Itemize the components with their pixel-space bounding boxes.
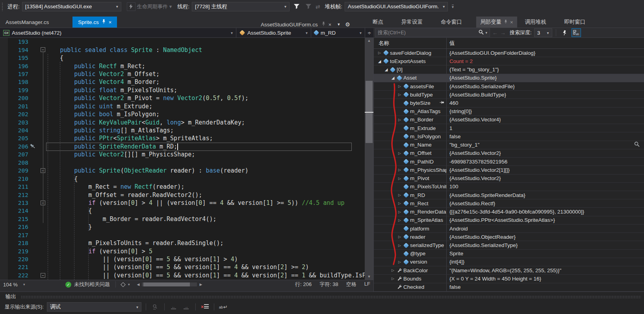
tab-call-stack[interactable]: 调用堆栈 <box>521 17 550 28</box>
variable-value-cell[interactable]: false <box>446 134 644 139</box>
code-line[interactable]: 204 public string[] m_AtlasTags; <box>0 126 373 134</box>
code-line[interactable]: 217 <box>0 231 373 239</box>
tab-command-window[interactable]: 命令窗口 <box>437 17 466 28</box>
breakpoint-margin[interactable] <box>0 38 8 280</box>
swap-threads-icon[interactable]: ⇄ <box>316 4 320 10</box>
find-message-icon[interactable] <box>150 303 160 311</box>
variable-value-cell[interactable]: {AssetStudio.BuildType} <box>446 92 644 98</box>
type-dropdown[interactable]: AssetStudio.Sprite ▾ <box>236 28 311 37</box>
locals-row[interactable]: ▷BackColor"{Name=Window, ARGB=(255, 255,… <box>374 266 644 275</box>
code-line[interactable]: 209− public Sprite(ObjectReader reader) … <box>0 167 373 175</box>
code-line[interactable]: 196 public Rectf m_Rect; <box>0 62 373 70</box>
variable-value-cell[interactable]: {AssetStudio.Vector4} <box>446 117 644 123</box>
locals-search-input[interactable]: 搜索(Ctrl+E) ▾ <box>375 28 490 37</box>
code-line[interactable]: 195 { <box>0 54 373 62</box>
editor-horizontal-scrollbar[interactable]: ◀ ▶ <box>137 282 202 286</box>
code-line[interactable]: 210 { <box>0 175 373 182</box>
scroll-down-icon[interactable]: ▼ <box>365 274 373 280</box>
scroll-left-icon[interactable]: ◀ <box>137 282 140 286</box>
locals-row[interactable]: ▷m_Rect{AssetStudio.Rectf} <box>374 199 644 208</box>
variable-value-cell[interactable]: {AssetStudio.Vector2} <box>446 175 644 181</box>
expand-arrow-icon[interactable]: ▷ <box>397 218 402 222</box>
output-source-combo[interactable]: 调试 ▾ <box>47 302 141 312</box>
variable-value-cell[interactable]: {X = 0 Y = 24 Width = 450 Height = 16} <box>446 276 644 282</box>
code-line[interactable]: 216 } <box>0 223 373 231</box>
locals-row[interactable]: ▷serializedType{AssetStudio.SerializedTy… <box>374 241 644 249</box>
process-combo[interactable]: [13584] AssetStudioGUI.exe ▾ <box>22 2 121 11</box>
variable-value-cell[interactable]: {AssetStudio.ObjectReader} <box>446 234 644 240</box>
variable-value-cell[interactable]: {AssetStudioGUI.OpenFolderDialog} <box>446 50 644 56</box>
pin-properties-icon[interactable] <box>560 28 569 37</box>
filter-flagged-icon[interactable] <box>304 2 313 11</box>
pin-icon[interactable] <box>102 19 106 25</box>
text-visualizer-icon[interactable] <box>634 141 640 148</box>
search-depth-combo[interactable]: 3 ▾ <box>534 28 552 37</box>
variable-value-cell[interactable]: {int[4]} <box>446 259 644 265</box>
code-line[interactable]: 214 { <box>0 207 373 215</box>
toolbar-drag-handle[interactable] <box>2 2 4 11</box>
fold-gutter[interactable] <box>28 38 46 46</box>
variable-value-cell[interactable]: 460 <box>446 100 644 106</box>
document-health-indicator[interactable]: ✓ 未找到相关问题 <box>65 281 110 288</box>
filter-threads-icon[interactable] <box>292 2 301 11</box>
pinned-value-icon[interactable] <box>439 100 444 106</box>
code-editor[interactable]: 193194− public sealed class Sprite : Nam… <box>0 38 373 280</box>
stackframe-combo[interactable]: AssetStudioGUI.AssetStudioGUIForm. ▾ <box>345 2 448 11</box>
locals-row[interactable]: ▷m_Pivot{AssetStudio.Vector2} <box>374 175 644 183</box>
locals-row[interactable]: ▷Bounds{X = 0 Y = 24 Width = 450 Height … <box>374 275 644 283</box>
expand-arrow-icon[interactable]: ▷ <box>390 268 395 272</box>
fold-gutter[interactable] <box>28 223 46 231</box>
expand-arrow-icon[interactable]: ▷ <box>397 243 402 247</box>
previous-message-icon[interactable]: ← <box>169 303 178 311</box>
locals-row[interactable]: Checkedfalse <box>374 283 644 292</box>
expand-arrow-icon[interactable]: ▷ <box>397 93 402 97</box>
locals-row[interactable]: platformAndroid <box>374 225 644 233</box>
expand-arrow-icon[interactable]: ▷ <box>397 84 402 88</box>
fold-gutter[interactable] <box>28 239 46 247</box>
locals-row[interactable]: m_IsPolygonfalse <box>374 132 644 141</box>
locals-row[interactable]: m_AtlasTags{string[0]} <box>374 108 644 116</box>
variable-value-cell[interactable]: {AssetStudio.Vector2[1][]} <box>446 167 644 173</box>
fold-gutter[interactable] <box>28 263 46 271</box>
locals-row[interactable]: ◢Asset{AssetStudio.Sprite} <box>374 74 644 82</box>
locals-row[interactable]: m_PathID-6989873357825921956 <box>374 158 644 166</box>
pin-icon[interactable] <box>504 19 507 25</box>
variable-value-cell[interactable]: {AssetStudio.Vector2} <box>446 150 644 156</box>
locals-row[interactable]: ▷m_RenderDataKey{[{a276e15c-3dfd-4d54-9a… <box>374 208 644 216</box>
close-icon[interactable]: × <box>510 19 513 25</box>
expand-arrow-icon[interactable]: ▷ <box>397 260 402 264</box>
column-header-value[interactable]: 值 <box>446 40 455 47</box>
output-title-bar[interactable]: 输出 <box>0 292 644 301</box>
expand-arrow-icon[interactable]: ▷ <box>397 118 402 122</box>
code-line[interactable]: 222− || (version[0] == 5 && version[1] =… <box>0 271 373 279</box>
fold-gutter[interactable]: − <box>28 271 46 279</box>
code-line[interactable]: 199 public float m_PixelsToUnits; <box>0 86 373 94</box>
code-line[interactable]: 202 public bool m_IsPolygon; <box>0 110 373 118</box>
locals-row[interactable]: @typeSprite <box>374 250 644 258</box>
code-line[interactable]: 221 || (version[0] == 5 && version[1] ==… <box>0 263 373 271</box>
scroll-right-icon[interactable]: ▶ <box>199 282 202 286</box>
code-line[interactable]: 207 public Vector2[][] m_PhysicsShape; <box>0 150 373 158</box>
expand-arrow-icon[interactable]: ▷ <box>397 201 402 205</box>
locals-row[interactable]: ▷saveFolderDialog{AssetStudioGUI.OpenFol… <box>374 49 644 57</box>
fold-gutter[interactable] <box>28 255 46 263</box>
variable-value-cell[interactable]: "{Name=Window, ARGB=(255, 255, 255, 255)… <box>446 268 644 273</box>
word-wrap-icon[interactable]: ab↵ <box>219 303 228 311</box>
spaces-indicator[interactable]: 空格 <box>346 281 356 288</box>
code-line[interactable]: 205 public PPtr<SpriteAtlas> m_SpriteAtl… <box>0 134 373 142</box>
expand-arrow-icon[interactable]: ▷ <box>377 51 382 55</box>
tab-immediate-window[interactable]: 即时窗口 <box>560 17 590 28</box>
code-line[interactable]: 197 public Vector2 m_Offset; <box>0 70 373 78</box>
variable-value-cell[interactable]: false <box>446 284 644 290</box>
code-line[interactable]: 203 public KeyValuePair<Guid, long> m_Re… <box>0 118 373 126</box>
code-line[interactable]: 193 <box>0 38 373 46</box>
expand-arrow-icon[interactable]: ▷ <box>397 177 402 180</box>
variable-value-cell[interactable]: {AssetStudio.Rectf} <box>446 201 644 206</box>
thread-combo[interactable]: [7728] 主线程 ▾ <box>192 2 290 11</box>
eol-indicator[interactable]: LF <box>364 281 370 288</box>
variable-value-cell[interactable]: 1 <box>446 125 644 131</box>
code-line[interactable]: 212 m_Offset = reader.ReadVector2(); <box>0 191 373 199</box>
code-line[interactable]: 198 public Vector4 m_Border; <box>0 78 373 86</box>
variable-value-cell[interactable]: Count = 2 <box>446 58 644 64</box>
variable-value-cell[interactable]: Android <box>446 226 644 232</box>
